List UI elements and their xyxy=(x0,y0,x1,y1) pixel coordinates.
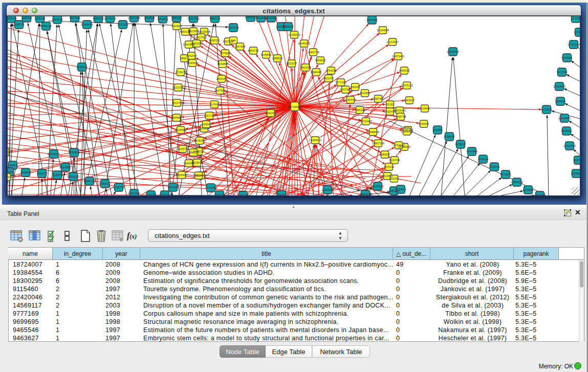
svg-text:9329906: 9329906 xyxy=(562,56,573,59)
svg-text:6966160: 6966160 xyxy=(93,17,104,20)
svg-text:8938923: 8938923 xyxy=(444,135,455,138)
svg-text:8495758: 8495758 xyxy=(396,115,406,118)
svg-text:9115460: 9115460 xyxy=(420,107,430,110)
svg-text:1065327: 1065327 xyxy=(171,16,182,19)
svg-text:3267130: 3267130 xyxy=(204,114,215,117)
svg-text:9146821: 9146821 xyxy=(261,53,272,56)
svg-text:7955812: 7955812 xyxy=(315,59,326,62)
svg-text:8215956: 8215956 xyxy=(541,108,552,111)
svg-text:9227343: 9227343 xyxy=(557,71,568,74)
svg-text:9916094: 9916094 xyxy=(184,162,194,165)
svg-text:1292344: 1292344 xyxy=(238,194,249,195)
svg-text:984351: 984351 xyxy=(277,193,286,195)
svg-text:5875685: 5875685 xyxy=(220,52,231,55)
svg-text:7663822: 7663822 xyxy=(171,25,182,28)
svg-text:517006: 517006 xyxy=(210,103,219,106)
svg-text:7485003: 7485003 xyxy=(399,69,410,72)
svg-text:1575104: 1575104 xyxy=(574,31,580,34)
svg-text:8990448: 8990448 xyxy=(311,71,322,74)
svg-text:1010755: 1010755 xyxy=(172,101,183,104)
svg-text:1353594: 1353594 xyxy=(199,127,210,130)
svg-text:10958107: 10958107 xyxy=(99,182,111,185)
svg-text:7357224: 7357224 xyxy=(228,26,239,29)
svg-text:2718176: 2718176 xyxy=(176,71,186,74)
svg-text:9777169: 9777169 xyxy=(336,81,346,84)
svg-text:1569291: 1569291 xyxy=(561,129,572,133)
svg-text:1117205: 1117205 xyxy=(571,17,580,20)
svg-text:15720407: 15720407 xyxy=(360,120,372,123)
svg-text:7663821: 7663821 xyxy=(158,17,168,20)
svg-text:41520: 41520 xyxy=(8,150,9,154)
svg-text:8678334: 8678334 xyxy=(194,139,205,142)
svg-text:39159: 39159 xyxy=(8,170,13,173)
svg-text:10719135: 10719135 xyxy=(104,17,116,20)
svg-text:2905334: 2905334 xyxy=(77,65,88,69)
svg-text:12093873: 12093873 xyxy=(553,85,565,88)
svg-text:2830263: 2830263 xyxy=(266,112,276,115)
svg-text:16549423: 16549423 xyxy=(401,130,413,133)
svg-text:114519: 114519 xyxy=(53,173,62,177)
svg-text:19384554: 19384554 xyxy=(309,139,321,142)
svg-text:15751074: 15751074 xyxy=(568,43,580,46)
svg-text:15327602: 15327602 xyxy=(187,17,200,20)
svg-text:10210643: 10210643 xyxy=(558,117,571,120)
svg-text:53594: 53594 xyxy=(203,123,210,126)
svg-text:252254: 252254 xyxy=(389,177,399,180)
svg-text:6794028: 6794028 xyxy=(326,69,337,72)
svg-text:21364436: 21364436 xyxy=(344,98,357,101)
svg-text:10973493: 10973493 xyxy=(392,55,404,58)
svg-text:10653267: 10653267 xyxy=(245,16,257,19)
svg-text:16046736: 16046736 xyxy=(177,147,189,150)
svg-text:11325419: 11325419 xyxy=(288,33,300,36)
svg-text:9457291: 9457291 xyxy=(168,186,179,189)
svg-text:23420046: 23420046 xyxy=(186,61,199,64)
svg-text:7986322: 7986322 xyxy=(355,108,365,112)
svg-text:1093744: 1093744 xyxy=(214,193,225,195)
svg-text:19218306: 19218306 xyxy=(265,16,277,19)
svg-text:62160: 62160 xyxy=(386,103,394,106)
svg-text:5322037: 5322037 xyxy=(287,62,297,65)
svg-text:16782759: 16782759 xyxy=(113,186,125,189)
svg-text:1654985: 1654985 xyxy=(171,116,182,119)
svg-text:7515526: 7515526 xyxy=(144,16,155,19)
svg-text:846266: 846266 xyxy=(351,85,360,89)
svg-text:2803144: 2803144 xyxy=(216,77,227,80)
svg-text:415207: 415207 xyxy=(8,176,11,179)
svg-text:16961758: 16961758 xyxy=(307,51,319,54)
svg-text:8120746: 8120746 xyxy=(389,159,400,162)
svg-text:9245093: 9245093 xyxy=(146,193,157,195)
svg-text:1362615: 1362615 xyxy=(300,66,311,69)
svg-text:15716485: 15716485 xyxy=(205,186,217,189)
svg-text:9219506: 9219506 xyxy=(283,25,294,28)
svg-text:2967608: 2967608 xyxy=(235,45,246,48)
svg-text:116753: 116753 xyxy=(574,159,580,162)
svg-text:1671355: 1671355 xyxy=(118,23,128,26)
svg-text:18226058: 18226058 xyxy=(198,30,210,33)
svg-text:17016504: 17016504 xyxy=(563,144,576,147)
svg-text:546: 546 xyxy=(231,39,236,42)
svg-text:9699695: 9699695 xyxy=(419,122,429,125)
svg-text:1065326: 1065326 xyxy=(21,16,32,19)
svg-text:16640910: 16640910 xyxy=(298,42,310,45)
svg-text:12975115: 12975115 xyxy=(401,84,413,87)
svg-text:12213967: 12213967 xyxy=(386,40,399,43)
svg-text:4055724: 4055724 xyxy=(41,25,52,28)
svg-text:17353924: 17353924 xyxy=(68,151,80,154)
svg-text:7625402: 7625402 xyxy=(177,173,187,177)
svg-text:10654112: 10654112 xyxy=(511,181,523,184)
svg-text:9463627: 9463627 xyxy=(404,99,415,102)
svg-text:10688609: 10688609 xyxy=(367,130,379,134)
svg-text:164095: 164095 xyxy=(433,128,442,132)
svg-text:14136141: 14136141 xyxy=(372,185,384,188)
svg-text:3498222: 3498222 xyxy=(188,151,199,154)
svg-text:16543382: 16543382 xyxy=(183,43,195,46)
svg-text:7632621: 7632621 xyxy=(489,165,500,168)
svg-text:1221338: 1221338 xyxy=(173,86,184,89)
svg-text:335051: 335051 xyxy=(8,164,17,167)
svg-text:1244415: 1244415 xyxy=(555,100,566,103)
svg-text:18807249: 18807249 xyxy=(372,142,384,145)
svg-text:1588520: 1588520 xyxy=(272,57,283,60)
svg-text:1916682: 1916682 xyxy=(176,128,186,132)
svg-text:30975867: 30975867 xyxy=(59,166,72,169)
svg-text:6679197: 6679197 xyxy=(455,143,466,146)
